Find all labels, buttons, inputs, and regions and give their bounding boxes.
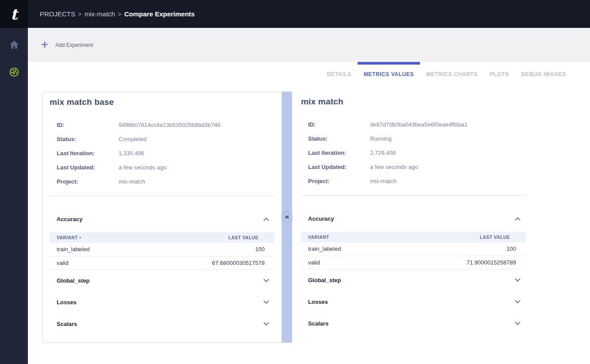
field-value-id: 9498b07814cc4a13b535025b8bd3b748 xyxy=(119,122,220,128)
table-header-row: VARIANT LAST VALUE xyxy=(301,232,526,242)
logo-letter: t xyxy=(11,7,18,22)
sort-descending-icon: ▾ xyxy=(79,236,81,240)
field-row-status: Status: Completed xyxy=(57,132,274,146)
field-label: Project: xyxy=(308,178,370,184)
variant-cell: valid xyxy=(301,256,392,269)
sidebar xyxy=(0,28,28,364)
field-value-last-updated: a few seconds ago xyxy=(370,164,418,170)
section-title: Losses xyxy=(57,299,77,306)
chevron-down-icon xyxy=(263,276,269,282)
brain-icon[interactable] xyxy=(8,66,20,78)
section-accuracy-header[interactable]: Accuracy xyxy=(50,212,274,226)
breadcrumb-projects[interactable]: PROJECTS xyxy=(40,10,75,18)
field-value-last-updated: a few seconds ago xyxy=(119,164,166,171)
breadcrumb: PROJECTS > mix-match > Compare Experimen… xyxy=(40,10,195,18)
field-label: Last Updated: xyxy=(57,164,119,171)
variant-cell: train_labeled xyxy=(50,243,137,256)
field-label: Project: xyxy=(57,178,119,185)
sub-header: + Add Experiment xyxy=(28,28,590,62)
field-label: Status: xyxy=(308,135,370,142)
value-cell: 100 xyxy=(392,242,526,256)
chevron-down-icon xyxy=(515,298,521,303)
experiment-info-fields: ID: de87d7db0ba043bea5e6f0eae4ffdaa1 Sta… xyxy=(301,117,526,188)
section-accuracy-header[interactable]: Accuracy xyxy=(301,211,526,226)
table-row: valid 71.9000015258789 xyxy=(301,256,526,269)
column-header-last-value[interactable]: LAST VALUE xyxy=(137,232,274,243)
experiment-card-right: mix match ID: de87d7db0ba043bea5e6f0eae4… xyxy=(301,92,526,343)
section-title: Accuracy xyxy=(308,215,334,222)
tab-bar: DETAILS METRICS VALUES METRICS CHARTS PL… xyxy=(28,62,590,86)
section-losses-header[interactable]: Losses xyxy=(50,291,274,313)
value-cell: 67.68000030517578 xyxy=(137,256,274,269)
tab-details[interactable]: DETAILS xyxy=(321,62,358,86)
field-value-last-iteration: 1,330,496 xyxy=(119,150,144,157)
breadcrumb-separator: > xyxy=(118,10,122,18)
table-row: train_labeled 100 xyxy=(50,243,274,256)
section-title: Scalars xyxy=(308,320,328,327)
top-bar: t PROJECTS > mix-match > Compare Experim… xyxy=(0,0,590,28)
section-title: Losses xyxy=(308,299,328,305)
accuracy-table: VARIANT▾ LAST VALUE train_labeled 100 va… xyxy=(50,232,274,270)
field-row-project: Project: mix-match xyxy=(57,174,274,188)
tab-debug-images[interactable]: DEBUG IMAGES xyxy=(515,62,572,86)
column-header-variant[interactable]: VARIANT▾ xyxy=(50,232,137,243)
field-row-project: Project: mix-match xyxy=(308,174,526,188)
column-header-variant[interactable]: VARIANT xyxy=(301,232,392,242)
field-label: Last Iteration: xyxy=(308,149,370,156)
accuracy-table: VARIANT LAST VALUE train_labeled 100 val… xyxy=(301,232,526,269)
divider xyxy=(50,195,274,196)
field-label: ID: xyxy=(57,122,119,128)
field-label: Status: xyxy=(57,136,119,142)
home-icon[interactable] xyxy=(8,38,20,51)
field-row-last-updated: Last Updated: a few seconds ago xyxy=(57,160,274,174)
field-label: ID: xyxy=(308,121,370,128)
chevron-down-icon xyxy=(515,276,521,282)
field-row-id: ID: 9498b07814cc4a13b535025b8bd3b748 xyxy=(57,118,274,132)
chevron-down-icon xyxy=(263,320,269,326)
table-header-row: VARIANT▾ LAST VALUE xyxy=(50,232,274,243)
add-experiment-button[interactable]: Add Experiment xyxy=(55,42,93,48)
variant-cell: train_labeled xyxy=(301,242,392,256)
status-badge: Completed xyxy=(119,136,147,142)
tab-plots[interactable]: PLOTS xyxy=(484,62,515,86)
section-global-step-header[interactable]: Global_step xyxy=(50,270,274,291)
section-scalars-header[interactable]: Scalars xyxy=(50,313,274,335)
breadcrumb-current-page: Compare Experiments xyxy=(124,10,195,18)
panel-scroll-strip: « xyxy=(282,92,292,343)
value-cell: 71.9000015258789 xyxy=(392,256,526,269)
field-row-last-iteration: Last Iteration: 2,729,408 xyxy=(308,146,526,160)
chevron-up-icon xyxy=(263,217,269,223)
section-scalars-header[interactable]: Scalars xyxy=(301,313,526,334)
section-title: Global_step xyxy=(57,277,89,284)
column-header-last-value[interactable]: LAST VALUE xyxy=(392,232,526,242)
chevron-down-icon xyxy=(263,298,269,304)
tab-metrics-values[interactable]: METRICS VALUES xyxy=(358,62,420,86)
chevron-up-icon xyxy=(515,217,521,222)
app-logo[interactable]: t xyxy=(0,0,28,28)
field-row-status: Status: Running xyxy=(308,131,526,146)
field-label: Last Updated: xyxy=(308,164,370,170)
breadcrumb-separator: > xyxy=(78,10,82,18)
app-root: t PROJECTS > mix-match > Compare Experim… xyxy=(0,0,590,364)
experiment-title: mix match xyxy=(301,97,526,107)
section-title: Accuracy xyxy=(57,216,83,222)
add-experiment-plus-icon[interactable]: + xyxy=(41,39,48,51)
field-row-last-iteration: Last Iteration: 1,330,496 xyxy=(57,146,274,160)
section-title: Global_step xyxy=(308,277,341,284)
tab-metrics-charts[interactable]: METRICS CHARTS xyxy=(420,62,484,86)
section-global-step-header[interactable]: Global_step xyxy=(301,269,526,291)
experiment-title: mix match base xyxy=(50,97,274,107)
divider xyxy=(301,195,526,195)
experiment-info-fields: ID: 9498b07814cc4a13b535025b8bd3b748 Sta… xyxy=(50,118,274,188)
chevron-down-icon xyxy=(515,319,521,325)
field-value-project: mix-match xyxy=(119,178,145,185)
experiment-card-left: mix match base ID: 9498b07814cc4a13b5350… xyxy=(42,92,282,343)
field-row-id: ID: de87d7db0ba043bea5e6f0eae4ffdaa1 xyxy=(308,117,526,131)
section-title: Scalars xyxy=(57,321,77,327)
value-cell: 100 xyxy=(137,243,274,256)
section-losses-header[interactable]: Losses xyxy=(301,291,526,313)
main-content: + Add Experiment DETAILS METRICS VALUES … xyxy=(28,28,590,364)
table-row: valid 67.68000030517578 xyxy=(50,256,274,269)
breadcrumb-project-name[interactable]: mix-match xyxy=(85,10,115,18)
collapse-panel-button[interactable]: « xyxy=(282,211,293,222)
